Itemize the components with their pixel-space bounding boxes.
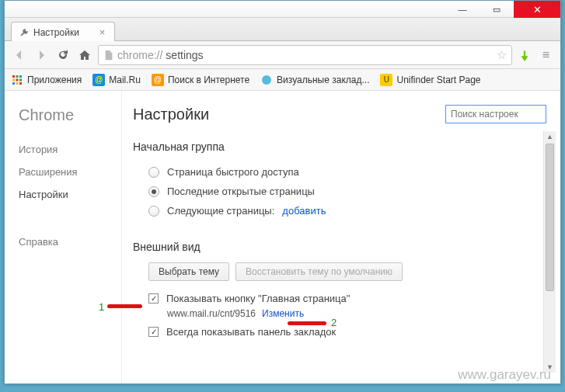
appearance-title: Внешний вид xyxy=(133,241,546,253)
svg-rect-7 xyxy=(16,82,19,85)
close-window-button[interactable]: ✕ xyxy=(514,1,560,18)
settings-main: Настройки Начальная группа Страница быст… xyxy=(121,91,560,383)
nav-settings[interactable]: Настройки xyxy=(19,183,121,206)
change-home-link[interactable]: Изменить xyxy=(262,308,304,319)
url-path: settings xyxy=(166,49,203,61)
checkbox-icon xyxy=(148,327,159,337)
startup-section: Начальная группа Страница быстрого досту… xyxy=(133,140,546,220)
menu-button[interactable]: ≡ xyxy=(537,47,554,64)
minimize-button[interactable]: — xyxy=(445,1,480,18)
tab-close-icon[interactable]: × xyxy=(99,26,106,38)
back-button[interactable] xyxy=(11,47,28,64)
annotation-line-2 xyxy=(288,321,326,325)
radio-icon xyxy=(148,186,159,197)
bookmarks-bar: Приложения @Mail.Ru @Поиск в Интернете В… xyxy=(5,69,560,91)
browser-window: — ▭ ✕ Настройки × chrome://settings ☆ ≡ … xyxy=(4,0,561,384)
bookmark-label: Mail.Ru xyxy=(109,75,141,85)
tab-strip: Настройки × xyxy=(5,18,560,41)
bookmark-star-icon[interactable]: ☆ xyxy=(497,48,507,62)
home-url-row: www.mail.ru/cnt/9516 Изменить xyxy=(133,308,546,319)
choose-theme-button[interactable]: Выбрать тему xyxy=(148,262,229,281)
search-bookmark-icon: @ xyxy=(152,74,164,86)
radio-label: Следующие страницы: xyxy=(167,205,274,217)
url-scheme: chrome:// xyxy=(117,49,162,61)
page-icon xyxy=(103,50,114,61)
svg-rect-4 xyxy=(16,78,19,81)
reload-button[interactable] xyxy=(54,47,71,64)
nav-help[interactable]: Справка xyxy=(19,231,121,253)
bookmark-label: Unifinder Start Page xyxy=(396,75,480,85)
wrench-icon xyxy=(19,28,29,37)
settings-header: Настройки xyxy=(133,105,546,123)
home-url-value: www.mail.ru/cnt/9516 xyxy=(167,308,256,319)
reset-theme-button[interactable]: Восстановить тему по умолчанию xyxy=(235,262,403,281)
toolbar: chrome://settings ☆ ≡ xyxy=(5,41,560,69)
svg-point-9 xyxy=(262,75,271,85)
radio-icon xyxy=(148,206,159,217)
forward-button[interactable] xyxy=(33,47,50,64)
svg-rect-5 xyxy=(19,78,22,81)
appearance-section: Внешний вид Выбрать тему Восстановить те… xyxy=(133,241,546,342)
svg-rect-1 xyxy=(16,75,19,78)
unifinder-icon: U xyxy=(380,74,392,86)
bookmark-mailru[interactable]: @Mail.Ru xyxy=(92,74,141,86)
radio-icon xyxy=(148,167,159,178)
annotation-1: 1 xyxy=(99,301,104,313)
settings-search-input[interactable] xyxy=(445,105,546,123)
bookmark-apps[interactable]: Приложения xyxy=(11,74,82,86)
visual-bookmarks-icon xyxy=(260,74,273,86)
checkbox-icon xyxy=(148,293,159,304)
startup-option-lastpages[interactable]: Последние открытые страницы xyxy=(133,182,546,201)
bookmark-label: Приложения xyxy=(27,75,82,85)
radio-label: Последние открытые страницы xyxy=(167,186,315,197)
tab-settings[interactable]: Настройки × xyxy=(11,22,115,41)
radio-label: Страница быстрого доступа xyxy=(167,166,299,178)
annotation-2: 2 xyxy=(331,317,337,328)
mailru-icon: @ xyxy=(92,74,105,86)
vertical-scrollbar[interactable]: ▲ ▼ xyxy=(543,131,556,373)
bookmark-label: Визуальные заклад... xyxy=(277,75,369,85)
bookmark-label: Поиск в Интернете xyxy=(168,75,249,85)
apps-icon xyxy=(11,74,23,86)
page-title: Настройки xyxy=(133,106,209,123)
bookmark-unifinder[interactable]: UUnifinder Start Page xyxy=(380,74,480,86)
svg-rect-2 xyxy=(19,75,22,78)
scroll-up-icon[interactable]: ▲ xyxy=(546,133,553,140)
tab-label: Настройки xyxy=(33,27,79,38)
startup-title: Начальная группа xyxy=(133,140,546,153)
bookmark-visual[interactable]: Визуальные заклад... xyxy=(260,74,369,86)
show-bookmarks-checkbox-row[interactable]: Всегда показывать панель закладок xyxy=(133,322,546,342)
home-button[interactable] xyxy=(76,47,93,64)
chrome-brand: Chrome xyxy=(19,106,121,124)
startup-option-quickaccess[interactable]: Страница быстрого доступа xyxy=(133,162,546,182)
show-home-checkbox-row[interactable]: Показывать кнопку "Главная страница" xyxy=(133,289,546,308)
svg-rect-0 xyxy=(12,75,15,78)
startup-option-specific[interactable]: Следующие страницы: добавить xyxy=(133,201,546,220)
svg-rect-8 xyxy=(19,82,22,85)
maximize-button[interactable]: ▭ xyxy=(480,1,514,18)
nav-extensions[interactable]: Расширения xyxy=(19,161,121,183)
svg-rect-6 xyxy=(12,82,15,85)
checkbox-label: Всегда показывать панель закладок xyxy=(166,326,336,338)
svg-rect-3 xyxy=(12,78,15,81)
checkbox-label: Показывать кнопку "Главная страница" xyxy=(166,293,350,304)
add-pages-link[interactable]: добавить xyxy=(282,205,326,217)
annotation-line-1 xyxy=(107,304,142,308)
bookmark-search[interactable]: @Поиск в Интернете xyxy=(152,74,249,86)
window-titlebar: — ▭ ✕ xyxy=(5,1,560,18)
address-bar[interactable]: chrome://settings ☆ xyxy=(98,45,512,65)
watermark: www.garayev.ru xyxy=(458,367,551,383)
settings-sidebar: Chrome История Расширения Настройки Спра… xyxy=(5,91,121,383)
scroll-thumb[interactable] xyxy=(546,144,554,291)
nav-history[interactable]: История xyxy=(19,138,121,161)
extension-download-icon[interactable] xyxy=(517,47,532,63)
settings-page: Chrome История Расширения Настройки Спра… xyxy=(5,91,560,383)
